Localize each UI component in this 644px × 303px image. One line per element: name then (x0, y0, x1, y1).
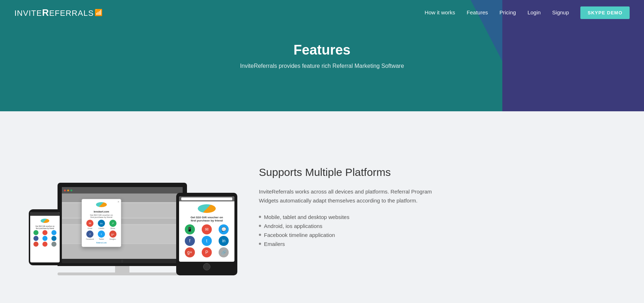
phone-icon-email (42, 230, 47, 235)
phone-logo-icon (41, 219, 49, 223)
feature-item-4: Emailers (259, 239, 615, 248)
tablet-outer: Get $10 Gift voucher onfirst purchase by… (176, 193, 237, 275)
popup-icon-google[interactable]: g+ Google+ (108, 230, 118, 240)
tablet-voucher-text: Get $10 Gift voucher onfirst purchase by… (182, 216, 232, 222)
phone-logo-area (32, 218, 58, 224)
tablet-icon-facebook: f (185, 236, 195, 246)
phone-icon-pinterest (42, 242, 47, 247)
phone-icon-sms (33, 230, 38, 235)
phone-icon-sms2 (51, 230, 56, 235)
website-row-3 (62, 225, 183, 243)
email-label: Email (88, 227, 92, 229)
phone-icon-linkedin (51, 236, 56, 241)
imac-chin:  (62, 259, 183, 263)
popup-icon-email[interactable]: ✉ Email (85, 220, 95, 229)
popup-icons-grid: ✉ Email in Likedin ↗ Share (85, 220, 118, 240)
tablet-icon-link: 🔗 (219, 247, 229, 257)
imac-neck (115, 266, 129, 272)
logo-text: INVITEREFERRALS (14, 7, 94, 18)
phone-content: Get $10 Gift voucher onfirst purchase by… (30, 216, 60, 248)
nav-login[interactable]: Login (527, 9, 541, 15)
skype-demo-button[interactable]: SKYPE DEMO (580, 6, 630, 19)
popup-icon-twitter[interactable]: t Twitter (96, 230, 107, 240)
phone-mockup: Get $10 Gift voucher onfirst purchase by… (29, 209, 61, 265)
imac-mockup: × lenskart.com Get $10 Gift voucher onfi… (58, 183, 187, 275)
phone-icon-twitter (42, 236, 47, 241)
phone-icon-link (51, 242, 56, 247)
nav-pricing[interactable]: Pricing (499, 9, 516, 15)
website-row-4 (62, 244, 183, 259)
tablet-icon-gmail: ✉ (202, 224, 212, 234)
imac-dot-green (70, 190, 72, 191)
imac-popup-widget: × lenskart.com Get $10 Gift voucher onfi… (82, 199, 121, 247)
linkedin-label: Likedin (99, 227, 104, 229)
referral-link[interactable]: Referral Link (85, 242, 118, 244)
share-label: Share (110, 227, 115, 229)
tablet-icon-sms: 💬 (219, 224, 229, 234)
tablet-icon-gplus: g+ (185, 247, 195, 257)
imac-topbar (62, 187, 183, 194)
linkedin-icon: in (98, 220, 105, 227)
popup-close-icon[interactable]: × (118, 200, 119, 204)
tablet-screen: Get $10 Gift voucher onfirst purchase by… (179, 196, 234, 262)
main-section: × lenskart.com Get $10 Gift voucher onfi… (0, 111, 644, 303)
phone-icon-gplus (33, 242, 38, 247)
twitter-icon: t (98, 230, 105, 238)
hero-title: Features (240, 42, 404, 58)
imac-content-area: × lenskart.com Get $10 Gift voucher onfi… (62, 194, 183, 259)
features-text-content: Supports Multiple Platforms InviteReferr… (259, 166, 615, 248)
bullet-icon-3 (259, 234, 261, 236)
section-title: Supports Multiple Platforms (259, 166, 615, 178)
nav-signup[interactable]: Signup (552, 9, 569, 15)
section-description: InviteReferrals works across all devices… (259, 187, 439, 205)
tablet-home-button[interactable] (203, 263, 210, 270)
nav-features[interactable]: Features (467, 9, 488, 15)
phone-screen: Get $10 Gift voucher onfirst purchase by… (30, 212, 60, 262)
feature-item-3: Facebook timeline application (259, 230, 615, 239)
devices-illustration: × lenskart.com Get $10 Gift voucher onfi… (29, 139, 237, 275)
logo[interactable]: INVITEREFERRALS 📶 (14, 7, 102, 18)
tablet-icon-phone: 📱 (185, 224, 195, 234)
tablet-icon-linkedin: in (219, 236, 229, 246)
popup-icon-share[interactable]: ↗ Share (108, 220, 118, 229)
apple-logo-icon:  (122, 259, 123, 263)
facebook-label: Facebook (86, 238, 94, 240)
nav-links: How it works Features Pricing Login Sign… (425, 6, 630, 19)
hero-content: Features InviteReferrals provides featur… (240, 42, 404, 69)
popup-logo-area (85, 202, 118, 209)
phone-voucher-text: Get $10 Gift voucher onfirst purchase by… (32, 225, 58, 229)
tablet-url-bar (181, 197, 232, 200)
feature-list: Mobile, tablet and desktop websites Andr… (259, 213, 615, 248)
tablet-icons-grid: 📱 ✉ 💬 f t in g+ P 🔗 (182, 224, 232, 257)
feature-item-1: Mobile, tablet and desktop websites (259, 213, 615, 222)
imac-screen-inner: × lenskart.com Get $10 Gift voucher onfi… (62, 187, 183, 259)
phone-icon-fb (33, 236, 38, 241)
email-icon: ✉ (86, 220, 93, 227)
feature-item-2: Android, ios applications (259, 222, 615, 230)
feature-text-4: Emailers (264, 241, 285, 247)
hero-subtitle: InviteReferrals provides feature rich Re… (240, 63, 404, 69)
popup-icon-linkedin[interactable]: in Likedin (96, 220, 107, 229)
feature-text-3: Facebook timeline application (264, 232, 335, 238)
tablet-content: Get $10 Gift voucher onfirst purchase by… (179, 201, 234, 262)
facebook-icon: f (86, 230, 93, 238)
phone-outer: Get $10 Gift voucher onfirst purchase by… (29, 209, 61, 265)
website-row-1 (62, 203, 183, 218)
googleplus-icon: g+ (109, 230, 117, 238)
website-row-2 (62, 219, 183, 224)
tablet-topbar (179, 196, 234, 201)
feature-text-1: Mobile, tablet and desktop websites (264, 214, 350, 220)
popup-site-name: lenskart.com (85, 210, 118, 213)
bullet-icon-4 (259, 243, 261, 245)
tablet-mockup: Get $10 Gift voucher onfirst purchase by… (176, 193, 237, 275)
nav-how-it-works[interactable]: How it works (425, 9, 455, 15)
tablet-logo-area (182, 204, 232, 214)
twitter-label: Twitter (99, 238, 104, 240)
wifi-icon: 📶 (95, 9, 102, 17)
website-header (62, 194, 183, 202)
navbar: INVITEREFERRALS 📶 How it works Features … (0, 0, 644, 25)
popup-voucher-text: Get $10 Gift voucher onfirst purchase by… (85, 214, 118, 218)
share-icon: ↗ (109, 220, 117, 227)
popup-icon-facebook[interactable]: f Facebook (85, 230, 95, 240)
phone-topbar (30, 212, 60, 216)
